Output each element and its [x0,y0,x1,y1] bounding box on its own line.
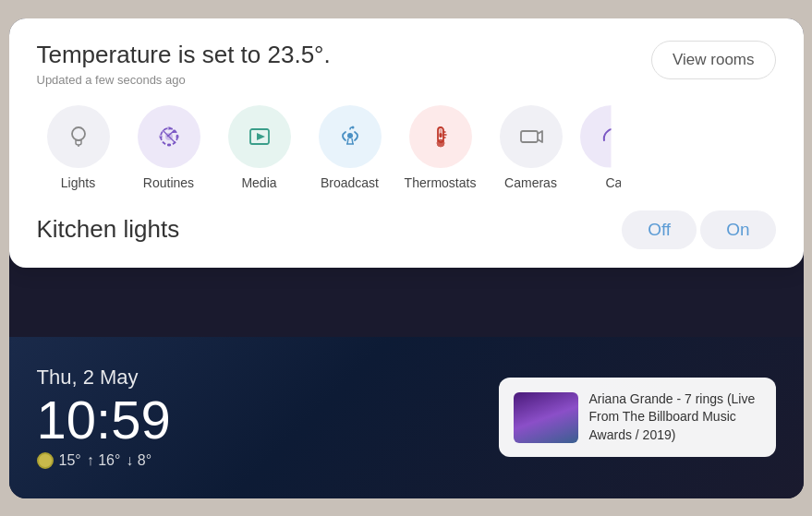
temperature-subtitle: Updated a few seconds ago [37,73,331,87]
thermostats-icon-circle [409,105,472,168]
svg-point-4 [167,126,171,130]
broadcast-icon [335,122,365,151]
temperature-title: Temperature is set to 23.5°. [37,41,331,69]
lights-off-button[interactable]: Off [622,210,697,249]
routines-label: Routines [143,175,194,190]
partial-icon [597,122,626,151]
background-section: Thu, 2 May 10:59 15° ↑ 16° ↓ 8° Ariana G… [9,337,804,498]
header-row: Temperature is set to 23.5°. Updated a f… [37,41,776,87]
media-icon-circle [228,105,291,168]
svg-point-12 [347,133,353,138]
broadcast-icon-circle [319,105,382,168]
svg-point-20 [437,139,444,147]
svg-rect-19 [439,133,442,138]
partial-icon-circle [580,105,643,168]
device-frame: Thu, 2 May 10:59 15° ↑ 16° ↓ 8° Ariana G… [9,18,804,498]
partial-label: Ca [602,175,621,190]
temperature-info: Temperature is set to 23.5°. Updated a f… [37,41,331,87]
main-card: Temperature is set to 23.5°. Updated a f… [9,18,804,268]
icon-item-media[interactable]: Media [218,105,301,190]
routines-icon-circle [138,105,200,168]
svg-point-0 [72,127,85,140]
svg-line-14 [352,138,353,144]
icon-item-routines[interactable]: Routines [127,105,211,190]
lights-on-button[interactable]: On [700,210,775,249]
weather-icon [37,452,54,469]
media-info: Ariana Grande - 7 rings (Live From The B… [589,390,761,445]
icon-item-thermostats[interactable]: Thermostats [399,105,482,190]
routines-icon [154,122,184,151]
icon-item-partial[interactable]: Ca [580,105,643,190]
svg-point-16 [351,126,354,128]
lights-icon-circle [47,105,110,168]
weather-high: ↑ 16° [87,452,121,469]
lights-icon [64,122,93,151]
icon-item-lights[interactable]: Lights [37,105,120,190]
weather-row: 15° ↑ 16° ↓ 8° [37,452,171,469]
svg-line-13 [347,138,348,144]
time-display: 10:59 [37,393,171,447]
thermostats-icon [426,122,455,151]
media-card: Ariana Grande - 7 rings (Live From The B… [499,378,776,458]
svg-marker-11 [257,133,265,140]
lights-toggle-group: Off On [622,210,775,249]
svg-rect-24 [521,131,538,142]
icon-item-broadcast[interactable]: Broadcast [309,105,392,190]
date-display: Thu, 2 May [37,366,171,390]
cameras-icon-circle [500,105,563,168]
weather-low: ↓ 8° [126,452,151,469]
media-thumbnail [514,392,578,443]
clock-section: Thu, 2 May 10:59 15° ↑ 16° ↓ 8° [37,366,171,469]
cameras-label: Cameras [504,175,557,190]
lights-label: Lights [61,175,95,190]
kitchen-lights-section: Kitchen lights Off On [37,210,776,249]
media-icon [245,122,274,151]
view-rooms-button[interactable]: View rooms [651,41,776,79]
icon-item-cameras[interactable]: Cameras [490,105,573,190]
icons-row: Lights Routin [37,105,776,190]
cameras-icon [516,122,546,151]
svg-point-5 [167,143,171,147]
thermostats-label: Thermostats [405,175,477,190]
svg-point-7 [176,135,179,138]
kitchen-lights-label: Kitchen lights [37,215,180,244]
media-label: Media [241,175,276,190]
broadcast-label: Broadcast [321,175,379,190]
media-title: Ariana Grande - 7 rings (Live From The B… [589,390,761,445]
media-thumb-image [514,392,578,443]
svg-point-6 [159,135,163,138]
weather-temp: 15° [59,452,81,469]
